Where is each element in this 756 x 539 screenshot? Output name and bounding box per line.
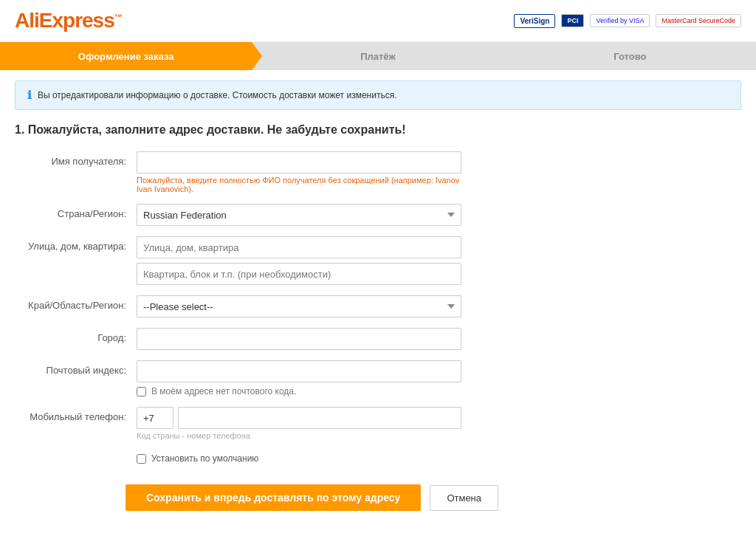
security-badges: VeriSign PCI Verified by VISA MasterCard… [514, 14, 741, 28]
info-banner: ℹ Вы отредактировали информацию о достав… [15, 80, 741, 110]
phone-inputs: +7 [137, 407, 461, 429]
default-checkbox[interactable] [137, 454, 146, 464]
postal-field: В моём адресе нет почтового кода. [137, 360, 461, 396]
no-postal-checkbox[interactable] [137, 387, 146, 396]
no-postal-label: В моём адресе нет почтового кода. [151, 386, 296, 396]
logo: AliExpress™ [15, 9, 122, 32]
street-input[interactable] [137, 236, 461, 258]
default-row: Установить по умолчанию [22, 450, 734, 464]
region-field: --Please select-- [137, 295, 461, 317]
form-container: Имя получателя: Пожалуйста, введите полн… [0, 151, 756, 464]
region-row: Край/Область/Регион: --Please select-- [22, 295, 734, 317]
postal-label: Почтовый индекс: [22, 360, 137, 376]
city-field [137, 328, 461, 350]
badge-pci: PCI [561, 14, 584, 27]
default-checkbox-label: Установить по умолчанию [151, 453, 258, 464]
city-row: Город: [22, 328, 734, 350]
default-label-spacer [22, 450, 137, 455]
badge-verisign: VeriSign [514, 14, 555, 28]
progress-step-order: Оформление заказа [0, 42, 252, 70]
default-checkbox-row: Установить по умолчанию [137, 453, 461, 464]
city-label: Город: [22, 328, 137, 343]
postal-input[interactable] [137, 360, 461, 382]
phone-hint: Код страны - номер телефона [137, 431, 461, 440]
recipient-input[interactable] [137, 151, 461, 174]
badge-mastercard: MasterCard SecureCode [656, 14, 741, 27]
page-wrapper: AliExpress™ VeriSign PCI Verified by VIS… [0, 0, 756, 539]
banner-text: Вы отредактировали информацию о доставке… [38, 90, 396, 100]
progress-step-done: Готово [504, 42, 756, 70]
recipient-label: Имя получателя: [22, 151, 137, 167]
phone-row: Мобильный телефон: +7 Код страны - номер… [22, 407, 734, 440]
city-input[interactable] [137, 328, 461, 350]
postal-row: Почтовый индекс: В моём адресе нет почто… [22, 360, 734, 396]
street2-input[interactable] [137, 263, 461, 285]
section-title: 1. Пожалуйста, заполните адрес доставки.… [15, 123, 741, 137]
region-label: Край/Область/Регион: [22, 295, 137, 311]
recipient-row: Имя получателя: Пожалуйста, введите полн… [22, 151, 734, 193]
progress-step-payment: Платёж [252, 42, 504, 70]
country-field: Russian Federation Other [137, 204, 461, 226]
region-select[interactable]: --Please select-- [137, 295, 461, 317]
save-button[interactable]: Сохранить и впредь доставлять по этому а… [126, 484, 421, 511]
default-field: Установить по умолчанию [137, 450, 461, 464]
street-label: Улица, дом, квартира: [22, 236, 137, 252]
phone-label: Мобильный телефон: [22, 407, 137, 422]
recipient-hint: Пожалуйста, введите полностью ФИО получа… [137, 176, 461, 193]
header: AliExpress™ VeriSign PCI Verified by VIS… [0, 0, 756, 42]
phone-code-input[interactable]: +7 [137, 407, 173, 429]
cancel-button[interactable]: Отмена [430, 485, 498, 511]
no-postal-row: В моём адресе нет почтового кода. [137, 386, 461, 396]
country-select[interactable]: Russian Federation Other [137, 204, 461, 226]
button-row: Сохранить и впредь доставлять по этому а… [0, 484, 756, 526]
badge-visa: Verified by VISA [590, 14, 650, 27]
recipient-field: Пожалуйста, введите полностью ФИО получа… [137, 151, 461, 193]
country-row: Страна/Регион: Russian Federation Other [22, 204, 734, 226]
country-label: Страна/Регион: [22, 204, 137, 219]
street-field [137, 236, 461, 285]
progress-bar: Оформление заказа Платёж Готово [0, 42, 756, 70]
street-row: Улица, дом, квартира: [22, 236, 734, 285]
phone-number-input[interactable] [178, 407, 461, 429]
logo-tm: ™ [114, 13, 122, 21]
phone-field: +7 Код страны - номер телефона [137, 407, 461, 440]
info-icon: ℹ [27, 89, 32, 102]
logo-express: Express [39, 9, 114, 32]
